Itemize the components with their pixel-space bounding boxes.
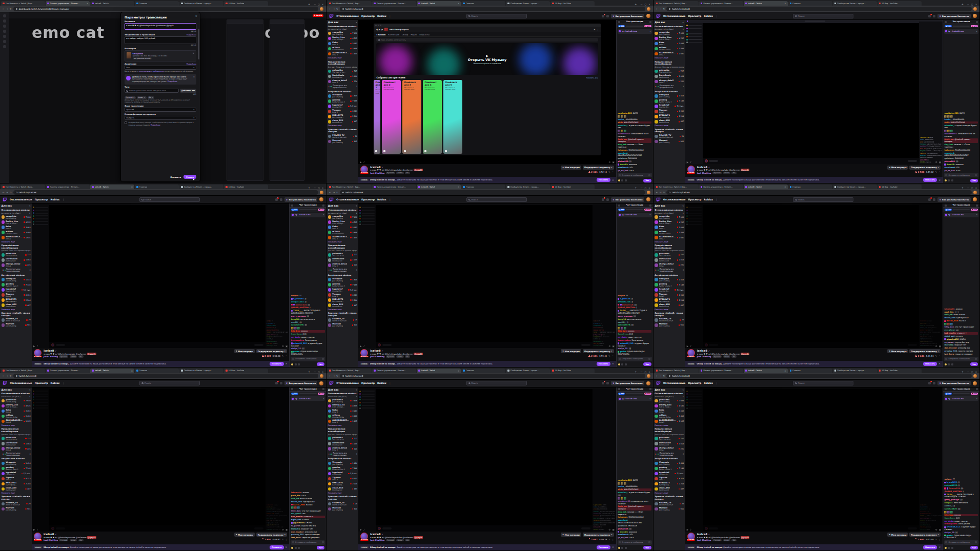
show-more-link[interactable]: Показать еще [2, 424, 31, 426]
shield-icon[interactable] [948, 179, 950, 181]
sidebar-channel-row[interactable]: hypebriefCounter-St...5,3 тыс. [328, 288, 357, 292]
maximize-button[interactable]: ▢ [318, 187, 320, 189]
poll-option-blue[interactable]: ▲332 [945, 393, 952, 395]
notifications-bell-icon[interactable]: 5 [602, 15, 604, 17]
user-avatar[interactable] [319, 197, 323, 201]
close-button[interactable]: × [648, 371, 650, 373]
chat-send-button[interactable]: Чат [643, 179, 651, 182]
sidebar-channel-row[interactable]: Dmitry_LixxCult: A Hospi...4 535 [328, 220, 357, 225]
browser-tab[interactable]: Панель управления - Stream... [699, 1, 743, 6]
collapse-sidebar-icon[interactable]: « [356, 389, 357, 391]
rewards-button[interactable]: ★ Мои награды [887, 349, 908, 353]
streamer-avatar[interactable]: В ЭФИРЕ [687, 166, 695, 173]
volume-icon[interactable]: ♪ [690, 161, 691, 164]
pinned-message[interactable]: tg - icelce8.t.me ∨ [291, 396, 325, 401]
recap-view-button[interactable]: Показать [923, 362, 937, 366]
sidebar-channel-row[interactable]: BYBLOV71Баттлфилд...2 204 [655, 482, 684, 486]
sidebar-channel-row[interactable]: goodoqBaldur's Gate 37 148 [2, 466, 31, 471]
emote-picker-icon[interactable] [292, 541, 294, 543]
more-options-icon[interactable]: ⋮ [285, 538, 287, 541]
chat-nick[interactable]: stalyn_25 [618, 348, 627, 350]
sidebar-channel-row[interactable]: hypebriefCounter-St...5,3 тыс. [328, 472, 357, 476]
bits-icon[interactable] [322, 541, 324, 543]
chat-settings-icon[interactable] [649, 21, 651, 23]
recap-view-button[interactable]: Показать [923, 178, 937, 182]
chat-nick[interactable]: koogl14 [618, 318, 626, 320]
sidebar-channel-row[interactable]: zhenya_dota2Dota 2226 [655, 447, 684, 451]
player-settings-icon[interactable]: ⚙ [608, 528, 610, 531]
sidebar-channel-row[interactable]: FillaMIR_TVWorld of Warcraft29 [655, 502, 684, 506]
nav-roblox[interactable]: Roblox [377, 15, 386, 17]
sidebar-channel-row[interactable]: DorinGoaleDeoDuacest1 064 [328, 74, 357, 78]
sidebar-channel-row[interactable]: TigasonDota 28 313 [328, 109, 357, 113]
chat-nick[interactable]: volk_off [291, 498, 299, 500]
category-card[interactable]: Общение Зрители: 741 858 · Фолловеры: 33… [125, 50, 196, 62]
chat-nick[interactable]: wanderer55 [618, 133, 630, 135]
chat-nick[interactable]: xen88i_ [291, 321, 299, 323]
chat-nick[interactable]: Damon519 [949, 487, 960, 489]
sidebar-channel-row[interactable]: Dmitry_LixxCult: A Hospi...4 535 [2, 404, 31, 408]
chat-nick[interactable]: b_prof433 [293, 298, 303, 300]
reload-icon[interactable]: ↻ [336, 375, 338, 377]
sidebar-channel-row[interactable]: yuwachkaJust Chatting7 938 [2, 399, 31, 403]
streamer-name[interactable]: icelce8 ✓ [370, 349, 559, 352]
tag-pill[interactable]: Under [70, 539, 77, 542]
show-more-link[interactable]: Показать еще [655, 309, 684, 311]
chat-send-button[interactable]: Чат [317, 546, 324, 549]
chat-nick[interactable]: xlr8t [618, 488, 623, 491]
chat-settings-icon[interactable] [649, 388, 651, 390]
url-field[interactable]: twitch.tv/icelce8 [13, 190, 319, 195]
emote-icon[interactable] [950, 323, 953, 325]
browser-tab[interactable]: Сообщества Steam :: прода... [506, 369, 550, 373]
poll-option-pink[interactable]: ▼177 [318, 393, 325, 395]
chat-gear-icon[interactable] [298, 363, 300, 365]
adfree-button[interactable]: ♛ Без рекламы бесплатно [284, 381, 318, 385]
nav-more-icon[interactable]: ⋮ [389, 198, 392, 201]
tag-pill[interactable]: Under [723, 539, 730, 542]
sidebar-channel-row[interactable]: polosatkaThe Last of Us...727 [655, 69, 684, 73]
dashboard-menu-icon[interactable] [3, 14, 6, 17]
chat-nick[interactable]: ya_ne_bot [618, 537, 628, 539]
play-icon[interactable]: ▶ [360, 528, 361, 531]
volume-icon[interactable]: ♪ [363, 345, 365, 348]
nav-roblox[interactable]: Roblox [377, 382, 386, 384]
play-icon[interactable]: ▶ [33, 528, 35, 531]
minimize-button[interactable]: — [967, 187, 969, 189]
sidebar-channel-row[interactable]: Dmitry_LixxCult: A Hospi...4 535 [655, 404, 684, 408]
browser-tab[interactable]: Сообщества Steam :: прода... [833, 369, 877, 373]
url-field[interactable]: twitch.tv/icelce8 [666, 7, 972, 11]
url-field[interactable]: twitch.tv/icelce8 [340, 7, 645, 11]
emote-icon[interactable] [621, 327, 623, 330]
player-settings-icon[interactable]: ⚙ [608, 345, 610, 348]
sidebar-channel-row[interactable]: BYBLOV71Баттлфилд...2 204 [328, 482, 357, 486]
tag-pill[interactable]: Русский [712, 355, 722, 358]
tab-home[interactable]: Главная [376, 33, 385, 36]
url-field[interactable]: dashboard.twitch.tv/u/icelce8/stream-man… [13, 7, 319, 11]
requirements-link[interactable]: минимальным требованиям [139, 70, 164, 72]
sidebar-channel-row[interactable]: TigasonDota 28 313 [2, 477, 31, 481]
streamer-avatar[interactable]: В ЭФИРЕ [360, 349, 368, 357]
sidebar-channel-row[interactable]: clean_ASIIDeoDuacest487 [328, 487, 357, 491]
reload-icon[interactable]: ↻ [10, 191, 12, 194]
prediction-widget[interactable]: ▲332 ▼177 [943, 392, 979, 396]
emote-icon[interactable] [297, 506, 300, 509]
whispers-icon[interactable] [280, 198, 282, 201]
play-pause-icon[interactable]: ▶ [379, 28, 380, 31]
chat-nick[interactable]: mr_dude [618, 336, 626, 338]
chat-nick[interactable]: dron4ik [947, 164, 955, 166]
done-button[interactable]: Готово [183, 175, 196, 179]
browser-tab[interactable]: Топ Моменты с Twitch | Вир... [1, 1, 45, 6]
chat-nick[interactable]: kooba_ [618, 118, 625, 120]
sidebar-channel-row[interactable]: clean_ASIIDeoDuacest487 [328, 303, 357, 308]
chat-nick[interactable]: morozko [291, 528, 300, 530]
search-input[interactable]: Поиск [793, 381, 853, 385]
browser-tab[interactable]: Топ Моменты с Twitch | Вир... [328, 369, 372, 373]
chat-nick[interactable]: ru_paren [291, 525, 300, 527]
nav-browse[interactable]: Просмотр [688, 198, 701, 201]
sidebar-channel-row[interactable]: FillaMIR_TVWorld of Warcraft29 [655, 134, 684, 138]
emote-icon[interactable] [944, 115, 947, 118]
chat-nick[interactable]: zxc_ghoul [944, 329, 954, 331]
view-all-suggested[interactable]: Посмотреть все предложенные 3 [328, 268, 357, 272]
adfree-button[interactable]: ♛ Без рекламы бесплатно [611, 381, 644, 385]
browser-tab[interactable]: Панель управления - Stream... [699, 185, 743, 189]
